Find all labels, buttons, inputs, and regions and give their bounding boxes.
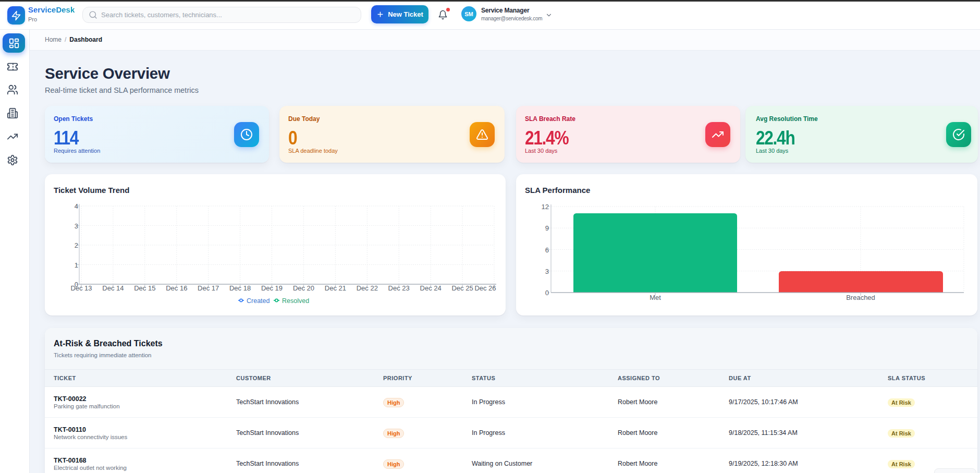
svg-text:Dec 15: Dec 15 [134,284,155,292]
svg-text:Dec 20: Dec 20 [293,284,314,292]
svg-text:Dec 26: Dec 26 [474,284,496,292]
svg-text:Created: Created [247,297,270,305]
svg-text:Dec 22: Dec 22 [357,284,378,292]
svg-text:4: 4 [75,202,78,210]
svg-text:Dec 18: Dec 18 [229,284,251,292]
svg-text:Dec 25: Dec 25 [451,284,473,292]
svg-text:12: 12 [542,203,549,211]
svg-text:Dec 13: Dec 13 [70,284,92,292]
svg-text:Dec 21: Dec 21 [325,284,346,292]
svg-text:Dec 14: Dec 14 [102,284,124,292]
svg-text:0: 0 [545,289,549,297]
svg-text:Dec 16: Dec 16 [166,284,187,292]
svg-text:6: 6 [545,246,549,254]
svg-text:3: 3 [75,222,78,230]
svg-text:Resolved: Resolved [282,297,309,305]
svg-text:9: 9 [545,224,549,232]
svg-text:Dec 19: Dec 19 [261,284,283,292]
svg-text:3: 3 [545,268,549,275]
svg-text:1: 1 [75,261,78,269]
svg-text:2: 2 [75,241,78,249]
svg-text:Dec 24: Dec 24 [420,284,442,292]
svg-text:Dec 23: Dec 23 [388,284,410,292]
svg-text:Dec 17: Dec 17 [198,284,219,292]
